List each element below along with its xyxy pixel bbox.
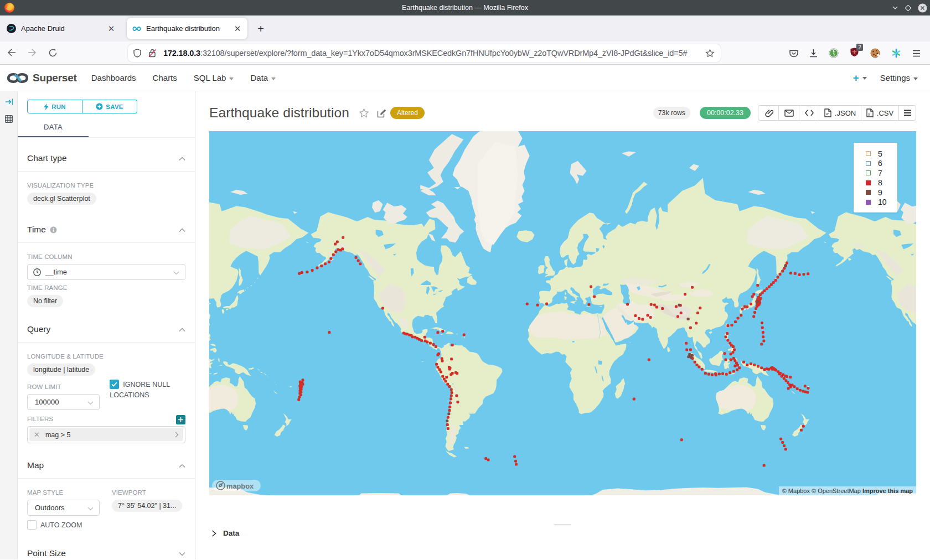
svg-text:mapbox: mapbox bbox=[226, 482, 254, 490]
svg-text:x: x bbox=[868, 112, 870, 116]
